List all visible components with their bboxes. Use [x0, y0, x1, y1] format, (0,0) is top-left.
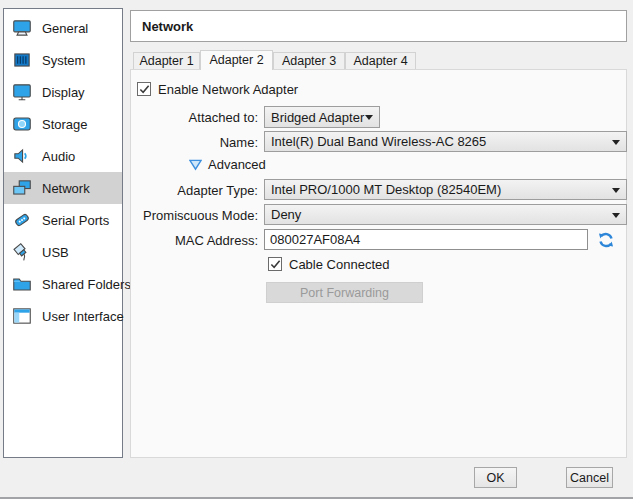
shared-folders-icon: [11, 273, 33, 295]
sidebar-item-storage[interactable]: Storage: [4, 108, 122, 140]
sidebar-item-label: General: [42, 21, 88, 36]
chevron-down-icon: [612, 140, 620, 145]
sidebar-item-shared-folders[interactable]: Shared Folders: [4, 268, 122, 300]
name-label: Name:: [130, 135, 258, 150]
cable-connected-checkbox[interactable]: [268, 257, 282, 271]
serial-ports-icon: [11, 209, 33, 231]
cable-connected-label: Cable Connected: [289, 257, 389, 272]
tab-label: Adapter 2: [209, 53, 263, 67]
settings-category-list: General System Display Storage Audio: [3, 8, 123, 458]
refresh-icon: [596, 230, 616, 250]
sidebar-item-serial-ports[interactable]: Serial Ports: [4, 204, 122, 236]
audio-icon: [11, 145, 33, 167]
attached-to-label: Attached to:: [130, 110, 258, 125]
chevron-down-icon: [612, 213, 620, 218]
sidebar-item-label: Serial Ports: [42, 213, 109, 228]
mac-address-input[interactable]: 080027AF08A4: [264, 229, 588, 250]
vm-settings-dialog: General System Display Storage Audio: [0, 0, 633, 499]
sidebar-item-label: User Interface: [42, 309, 124, 324]
page-title: Network: [142, 19, 193, 34]
mac-address-label: MAC Address:: [130, 233, 258, 248]
checkmark-icon: [139, 84, 150, 95]
sidebar-item-label: Audio: [42, 149, 75, 164]
advanced-label: Advanced: [208, 157, 266, 172]
tab-adapter-3[interactable]: Adapter 3: [273, 52, 345, 69]
port-forwarding-label: Port Forwarding: [300, 286, 389, 300]
name-combo[interactable]: Intel(R) Dual Band Wireless-AC 8265: [264, 131, 627, 152]
sidebar-item-audio[interactable]: Audio: [4, 140, 122, 172]
tab-label: Adapter 4: [353, 54, 407, 68]
usb-icon: [11, 241, 33, 263]
sidebar-item-user-interface[interactable]: User Interface: [4, 300, 122, 332]
promiscuous-mode-value: Deny: [271, 207, 301, 222]
enable-network-adapter-checkbox[interactable]: [137, 82, 151, 96]
port-forwarding-button[interactable]: Port Forwarding: [266, 282, 423, 303]
name-value: Intel(R) Dual Band Wireless-AC 8265: [271, 134, 486, 149]
sidebar-item-label: System: [42, 53, 85, 68]
advanced-expander[interactable]: Advanced: [189, 157, 266, 172]
tab-adapter-1[interactable]: Adapter 1: [133, 52, 200, 69]
checkmark-icon: [270, 259, 281, 270]
sidebar-item-usb[interactable]: USB: [4, 236, 122, 268]
mac-address-value: 080027AF08A4: [270, 232, 360, 247]
system-icon: [11, 49, 33, 71]
tab-adapter-2[interactable]: Adapter 2: [200, 50, 273, 70]
promiscuous-mode-combo[interactable]: Deny: [264, 204, 627, 225]
sidebar-item-system[interactable]: System: [4, 44, 122, 76]
adapter-type-combo[interactable]: Intel PRO/1000 MT Desktop (82540EM): [264, 179, 627, 200]
adapter-type-label: Adapter Type:: [130, 183, 258, 198]
attached-to-value: Bridged Adapter: [271, 110, 364, 125]
sidebar-item-label: USB: [42, 245, 69, 260]
adapter-type-value: Intel PRO/1000 MT Desktop (82540EM): [271, 182, 501, 197]
ok-label: OK: [486, 471, 504, 485]
general-icon: [11, 17, 33, 39]
enable-network-adapter-label: Enable Network Adapter: [158, 82, 298, 97]
sidebar-item-label: Shared Folders: [42, 277, 131, 292]
network-icon: [11, 177, 33, 199]
tab-label: Adapter 1: [139, 54, 193, 68]
sidebar-item-label: Network: [42, 181, 90, 196]
tab-adapter-4[interactable]: Adapter 4: [345, 52, 416, 69]
ok-button[interactable]: OK: [474, 467, 517, 488]
chevron-down-icon: [365, 115, 373, 120]
promiscuous-mode-label: Promiscuous Mode:: [130, 208, 258, 223]
tab-label: Adapter 3: [282, 54, 336, 68]
attached-to-combo[interactable]: Bridged Adapter: [264, 106, 380, 128]
sidebar-item-display[interactable]: Display: [4, 76, 122, 108]
display-icon: [11, 81, 33, 103]
expander-triangle-icon: [189, 159, 202, 171]
sidebar-item-label: Storage: [42, 117, 88, 132]
sidebar-item-network[interactable]: Network: [4, 172, 122, 204]
chevron-down-icon: [612, 188, 620, 193]
sidebar-item-general[interactable]: General: [4, 12, 122, 44]
cancel-button[interactable]: Cancel: [566, 467, 613, 488]
page-title-box: Network: [130, 10, 627, 42]
sidebar-item-label: Display: [42, 85, 85, 100]
user-interface-icon: [11, 305, 33, 327]
cancel-label: Cancel: [570, 471, 609, 485]
storage-icon: [11, 113, 33, 135]
regenerate-mac-button[interactable]: [596, 230, 616, 250]
